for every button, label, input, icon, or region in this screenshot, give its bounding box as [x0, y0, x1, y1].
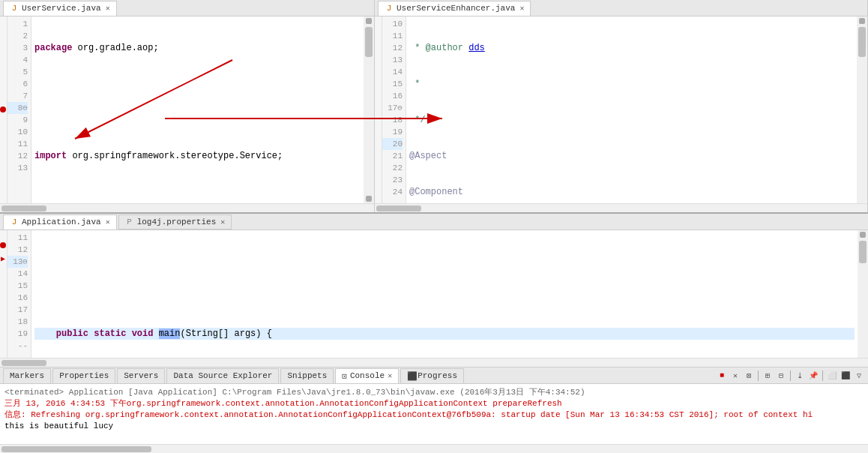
code-bottom[interactable]: public static void main(String[] args) {… — [31, 230, 858, 358]
bottom-gutter: ▶ — [0, 230, 7, 358]
hscrollbar-bottom[interactable] — [0, 358, 868, 367]
tab-log4j[interactable]: P log4j.properties ✕ — [118, 214, 232, 230]
tab-close-icon-4[interactable]: ✕ — [220, 218, 225, 226]
tab-close-icon-3[interactable]: ✕ — [106, 218, 110, 226]
tab-close-icon[interactable]: ✕ — [106, 4, 110, 13]
console-error-line2: 信息: Refreshing org.springframework.conte… — [4, 410, 864, 421]
clear-btn[interactable]: ⊠ — [743, 370, 755, 382]
ide-window: J UserService.java ✕ 1 2 3 4 5 6 7 8⊖ — [0, 0, 868, 453]
tab-datasource[interactable]: Data Source Explorer — [166, 368, 279, 383]
markers-label: Markers — [10, 371, 44, 380]
line-numbers-left: 1 2 3 4 5 6 7 8⊖ 9 10 11 12 13 — [7, 16, 31, 203]
bottom-editor: J Application.java ✕ P log4j.properties … — [0, 214, 868, 368]
maximize-btn[interactable]: ⬜ — [826, 370, 838, 382]
right-gutter — [375, 16, 382, 203]
progress-icon: ⬛ — [407, 371, 418, 381]
minimize-btn[interactable]: ⬛ — [840, 370, 852, 382]
separator3 — [822, 370, 823, 381]
right-editor-pane: J UserServiceEnhancer.java ✕ 10 11 12 13… — [375, 0, 868, 212]
console-error-line1: 三月 13, 2016 4:34:53 下午org.springframewor… — [4, 398, 864, 410]
line-numbers-bottom: 11 12 13⊖ 14 15 16 17 18 19 -- — [7, 230, 31, 358]
tab-label-4: log4j.properties — [137, 218, 217, 226]
console-close-icon[interactable]: ✕ — [388, 371, 392, 380]
tab-application[interactable]: J Application.java ✕ — [3, 214, 117, 230]
tab-markers[interactable]: Markers — [3, 368, 51, 383]
java-file-icon-3: J — [10, 218, 19, 226]
top-editors: J UserService.java ✕ 1 2 3 4 5 6 7 8⊖ — [0, 0, 868, 214]
right-tab-bar: J UserServiceEnhancer.java ✕ — [375, 0, 867, 16]
bottom-editor-content: ▶ 11 12 13⊖ 14 15 16 17 18 19 -- public … — [0, 230, 868, 358]
snippets-label: Snippets — [287, 371, 327, 380]
left-tab-bar: J UserService.java ✕ — [0, 0, 374, 16]
console-normal-line: this is beautiful lucy — [4, 421, 864, 432]
tab-label-2: UserServiceEnhancer.java — [397, 4, 515, 13]
tab-userserviceenhancer[interactable]: J UserServiceEnhancer.java ✕ — [378, 1, 531, 16]
console-toolbar: ■ ✕ ⊠ ⊞ ⊟ ⤓ 📌 ⬜ ⬛ ▽ — [716, 370, 865, 382]
vscrollbar-left[interactable] — [364, 16, 374, 203]
properties-file-icon: P — [125, 218, 134, 226]
hscrollbar-left[interactable] — [0, 203, 374, 212]
java-file-icon: J — [10, 4, 19, 13]
pin-btn[interactable]: 📌 — [807, 370, 819, 382]
left-editor-pane: J UserService.java ✕ 1 2 3 4 5 6 7 8⊖ — [0, 0, 375, 212]
copy-btn[interactable]: ⊞ — [762, 370, 774, 382]
scroll-lock-btn[interactable]: ⤓ — [794, 370, 806, 382]
hscrollbar-console[interactable] — [0, 444, 868, 453]
bottom-tab-bar: J Application.java ✕ P log4j.properties … — [0, 214, 868, 230]
paste-btn[interactable]: ⊟ — [775, 370, 787, 382]
java-file-icon-2: J — [385, 4, 394, 13]
console-icon: ⊡ — [342, 371, 347, 381]
tab-servers[interactable]: Servers — [117, 368, 165, 383]
progress-label: Progress — [418, 371, 457, 380]
breakpoint-bottom — [0, 242, 6, 248]
datasource-label: Data Source Explorer — [173, 371, 272, 380]
left-gutter — [0, 16, 7, 203]
debug-arrow-icon: ▶ — [1, 254, 5, 263]
separator — [758, 370, 759, 381]
remove-btn[interactable]: ✕ — [729, 370, 741, 382]
code-left[interactable]: package org.gradle.aop; import org.sprin… — [31, 16, 364, 203]
hscrollbar-right[interactable] — [375, 203, 867, 212]
line-numbers-right: 10 11 12 13 14 15 16 17⊖ 18 19 20 21 22 … — [382, 16, 406, 203]
tab-close-icon-2[interactable]: ✕ — [519, 4, 524, 13]
console-output: <terminated> Application [Java Applicati… — [0, 384, 868, 444]
servers-label: Servers — [124, 371, 158, 380]
tab-userservice[interactable]: J UserService.java ✕ — [3, 1, 117, 16]
vscrollbar-right[interactable] — [857, 16, 867, 203]
separator2 — [790, 370, 791, 381]
tab-console[interactable]: ⊡ Console ✕ — [335, 368, 399, 383]
console-tab-bar: Markers Properties Servers Data Source E… — [0, 368, 868, 384]
properties-label: Properties — [59, 371, 109, 380]
stop-btn[interactable]: ■ — [716, 370, 728, 382]
vscrollbar-bottom[interactable] — [858, 230, 868, 358]
tab-snippets[interactable]: Snippets — [280, 368, 334, 383]
tab-label: UserService.java — [22, 4, 101, 13]
console-area: Markers Properties Servers Data Source E… — [0, 368, 868, 453]
console-terminated-line: <terminated> Application [Java Applicati… — [4, 387, 864, 398]
tab-properties[interactable]: Properties — [52, 368, 115, 383]
right-editor-content: 10 11 12 13 14 15 16 17⊖ 18 19 20 21 22 … — [375, 16, 867, 203]
left-editor-content: 1 2 3 4 5 6 7 8⊖ 9 10 11 12 13 package o… — [0, 16, 374, 203]
code-right[interactable]: * @author dds * */ @Aspect @Component pu… — [406, 16, 857, 203]
breakpoint — [0, 106, 6, 112]
tab-label-3: Application.java — [22, 218, 101, 226]
tab-progress[interactable]: ⬛ Progress — [400, 368, 464, 383]
restore-btn[interactable]: ▽ — [853, 370, 865, 382]
console-label: Console — [350, 371, 385, 380]
